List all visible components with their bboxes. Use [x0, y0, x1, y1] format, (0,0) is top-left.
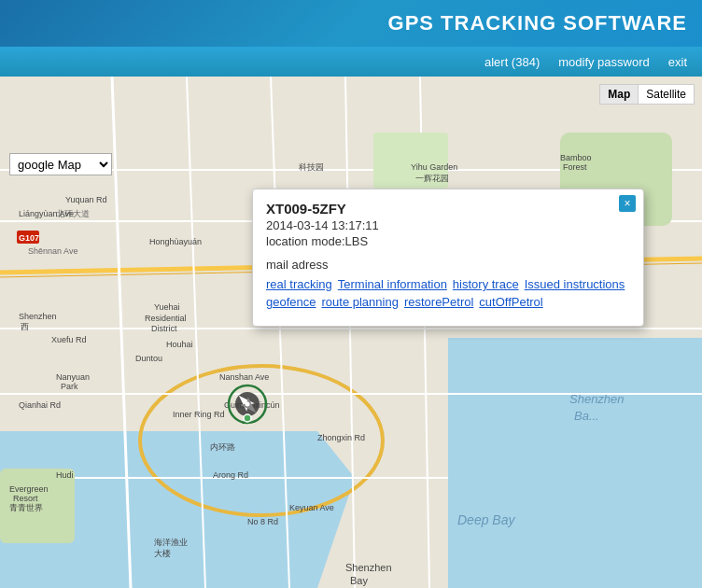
svg-text:Residential: Residential: [145, 314, 187, 323]
svg-text:西: 西: [21, 322, 29, 331]
svg-text:Forest: Forest: [563, 162, 587, 172]
modify-password-link[interactable]: modify password: [558, 55, 650, 69]
route-planning-link[interactable]: route planning: [322, 295, 399, 309]
svg-text:Duntou: Duntou: [135, 354, 162, 363]
svg-text:青青世界: 青青世界: [9, 503, 43, 512]
history-trace-link[interactable]: history trace: [453, 277, 519, 291]
svg-text:G107: G107: [19, 233, 39, 243]
svg-text:Park: Park: [61, 382, 78, 391]
svg-text:Shenzhen: Shenzhen: [569, 392, 625, 406]
terminal-information-link[interactable]: Terminal information: [338, 277, 447, 291]
popup-close-button[interactable]: ×: [619, 195, 636, 212]
svg-text:Shēnnan Ave: Shēnnan Ave: [28, 246, 77, 256]
svg-text:Ba...: Ba...: [574, 409, 599, 423]
popup-datetime: 2014-03-14 13:17:11: [266, 218, 630, 232]
svg-text:Zhongxin Rd: Zhongxin Rd: [317, 433, 365, 442]
svg-text:District: District: [151, 324, 177, 333]
map-container: G107 Deep Bay Shenzhen Ba... Beihuán Ave…: [0, 77, 702, 588]
map-type-select[interactable]: google Map Bing Map OpenStreet: [9, 153, 112, 175]
real-tracking-link[interactable]: real tracking: [266, 277, 332, 291]
gps-marker: [226, 383, 269, 426]
svg-text:Arong Rd: Arong Rd: [213, 470, 248, 480]
svg-text:Hudi: Hudi: [56, 470, 74, 480]
svg-text:Inner Ring Rd: Inner Ring Rd: [173, 410, 225, 419]
popup-location-mode: location mode:LBS: [266, 234, 630, 248]
svg-text:Yihu Garden: Yihu Garden: [411, 162, 457, 172]
svg-text:海洋渔业: 海洋渔业: [154, 538, 188, 547]
popup-mail-label: mail adress: [266, 258, 630, 272]
svg-text:Yuquan Rd: Yuquan Rd: [65, 195, 107, 204]
popup: × XT009-5ZFY 2014-03-14 13:17:11 locatio…: [252, 189, 644, 327]
app-title: GPS TRACKING SOFTWARE: [388, 11, 687, 35]
location-mode-value: LBS: [345, 234, 369, 248]
exit-link[interactable]: exit: [668, 55, 687, 69]
map-button[interactable]: Map: [599, 84, 638, 105]
popup-links-row1: real tracking Terminal information histo…: [266, 277, 630, 291]
svg-text:Honghùayuán: Honghùayuán: [149, 237, 202, 246]
svg-text:Nanshan Ave: Nanshan Ave: [219, 372, 269, 382]
map-selector-bar: google Map Bing Map OpenStreet: [9, 153, 112, 175]
svg-text:Nanyuan: Nanyuan: [56, 372, 90, 382]
geofence-link[interactable]: geofence: [266, 295, 316, 309]
svg-text:Shenzhen: Shenzhen: [19, 312, 57, 321]
svg-text:No 8 Rd: No 8 Rd: [247, 517, 278, 526]
svg-text:Xuefu Rd: Xuefu Rd: [51, 335, 87, 344]
svg-text:科技园: 科技园: [299, 162, 324, 172]
svg-text:内环路: 内环路: [210, 442, 235, 452]
svg-text:Keyuan Ave: Keyuan Ave: [289, 503, 334, 512]
popup-links-row2: geofence route planning restorePetrol cu…: [266, 295, 630, 309]
svg-text:Deep Bay: Deep Bay: [457, 512, 515, 527]
cutoff-petrol-link[interactable]: cutOffPetrol: [479, 295, 542, 309]
alert-link[interactable]: alert (384): [484, 55, 540, 69]
location-mode-label: location mode:: [266, 234, 345, 248]
svg-point-74: [244, 414, 251, 422]
svg-text:Resort: Resort: [13, 494, 38, 503]
svg-text:Liángyùan Ave: Liángyùan Ave: [19, 209, 74, 218]
svg-text:Evergreen: Evergreen: [9, 484, 49, 494]
svg-text:Qianhai Rd: Qianhai Rd: [19, 400, 61, 410]
svg-text:Bay: Bay: [350, 575, 368, 586]
svg-text:Yuehai: Yuehai: [154, 302, 180, 312]
header: GPS TRACKING SOFTWARE: [0, 0, 702, 47]
svg-text:一辉花园: 一辉花园: [415, 174, 449, 183]
svg-text:Shenzhen: Shenzhen: [345, 562, 392, 573]
svg-text:Bamboo: Bamboo: [560, 153, 592, 162]
issued-instructions-link[interactable]: Issued instructions: [525, 277, 625, 291]
toolbar: alert (384) modify password exit: [0, 47, 702, 77]
popup-title: XT009-5ZFY: [266, 201, 630, 217]
satellite-button[interactable]: Satellite: [638, 84, 695, 105]
svg-rect-1: [448, 338, 702, 588]
svg-point-73: [246, 402, 250, 407]
svg-text:Houhai: Houhai: [166, 340, 193, 349]
restore-petrol-link[interactable]: restorePetrol: [404, 295, 473, 309]
map-type-buttons: Map Satellite: [599, 84, 695, 105]
svg-text:大楼: 大楼: [154, 549, 171, 558]
